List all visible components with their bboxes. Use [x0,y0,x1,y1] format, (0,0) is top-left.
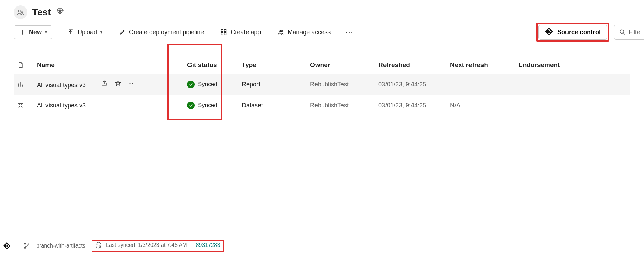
create-app-button[interactable]: Create app [215,25,266,39]
new-button[interactable]: New ▾ [14,25,52,39]
upload-icon [67,29,74,36]
manage-access-button[interactable]: Manage access [272,25,335,39]
refreshed-label: 03/01/23, 9:44:25 [378,81,426,88]
svg-point-7 [281,30,283,32]
svg-point-11 [21,104,22,105]
svg-rect-2 [221,30,223,32]
git-icon [3,242,10,249]
col-header-next-refresh[interactable]: Next refresh [447,56,515,74]
svg-point-12 [19,106,20,107]
svg-point-15 [24,247,25,248]
create-pipeline-label: Create deployment pipeline [129,29,204,36]
plus-icon [19,29,26,36]
checkmark-circle-icon [187,81,195,88]
type-label: Dataset [242,102,263,109]
source-control-button[interactable]: Source control [538,25,607,40]
upload-button[interactable]: Upload ▾ [62,25,107,39]
table-header-row: Name Git status Type Owner Refreshed Nex… [14,56,630,74]
endorsement-label: — [518,81,524,88]
svg-point-14 [24,243,25,244]
col-header-refreshed[interactable]: Refreshed [375,56,447,74]
svg-point-6 [279,30,281,32]
svg-rect-3 [224,30,226,32]
create-app-label: Create app [230,29,261,36]
table-row[interactable]: All visual types v3 Synced Dataset Rebub… [14,95,630,116]
item-name[interactable]: All visual types v3 [37,82,86,89]
source-control-label: Source control [557,29,601,36]
new-button-label: New [29,29,42,36]
people-icon [277,29,284,36]
more-options-button[interactable]: ··· [341,25,358,39]
workspace-title: Test [32,7,51,18]
commit-hash[interactable]: 89317283 [196,242,220,248]
ellipsis-icon: ··· [346,28,353,36]
toolbar: New ▾ Upload ▾ Create deployment pipelin… [0,23,644,46]
upload-label: Upload [78,29,97,36]
git-icon [545,27,553,37]
owner-label: RebublishTest [310,102,349,109]
sync-icon[interactable] [95,242,102,249]
search-icon [619,29,626,36]
col-header-name[interactable]: Name [33,56,184,74]
next-refresh-label: — [450,81,456,88]
app-grid-icon [220,29,227,36]
git-status-label: Synced [198,81,218,88]
svg-rect-5 [224,33,226,35]
type-label: Report [242,81,260,88]
col-header-git-status[interactable]: Git status [184,56,238,74]
status-bar: branch-with-artifacts Last synced: 1/3/2… [0,238,644,253]
branch-icon [23,242,30,249]
svg-point-8 [620,30,624,33]
annotation-source-control: Source control [536,23,609,42]
col-header-type[interactable]: Type [238,56,307,74]
col-header-owner[interactable]: Owner [307,56,375,74]
favorite-star-icon[interactable] [115,80,122,87]
filter-placeholder: Filte [629,29,640,36]
content-table: Name Git status Type Owner Refreshed Nex… [14,56,630,116]
svg-point-10 [19,104,20,105]
svg-point-16 [28,244,29,245]
create-pipeline-button[interactable]: Create deployment pipeline [114,25,209,39]
owner-label: RebublishTest [310,81,349,88]
chevron-down-icon: ▾ [45,30,47,35]
git-status-cell: Synced [187,81,218,88]
svg-point-1 [21,11,23,13]
endorsement-label: — [518,102,524,109]
annotation-sync-status: Last synced: 1/3/2023 at 7:45 AM 8931728… [92,240,224,252]
manage-access-label: Manage access [288,29,331,36]
checkmark-circle-icon [187,102,195,109]
chevron-down-icon: ▾ [100,30,102,35]
row-actions: ··· [101,80,134,87]
rocket-icon [119,29,126,36]
svg-point-0 [18,10,20,12]
item-name[interactable]: All visual types v3 [37,102,86,109]
refreshed-label: 03/01/23, 9:44:25 [378,102,426,109]
last-synced-label: Last synced: 1/3/2023 at 7:45 AM [106,242,187,248]
col-header-type-icon[interactable] [14,56,33,74]
content-table-wrap: Name Git status Type Owner Refreshed Nex… [0,46,644,116]
table-row[interactable]: All visual types v3 ··· Synced [14,74,630,95]
col-header-endorsement[interactable]: Endorsement [515,56,630,74]
next-refresh-label: N/A [450,102,460,109]
git-status-cell: Synced [187,102,218,109]
dataset-icon [17,102,30,109]
git-status-label: Synced [198,102,218,109]
branch-name[interactable]: branch-with-artifacts [36,243,85,249]
workspace-avatar-icon [14,5,27,19]
share-icon[interactable] [101,80,108,87]
report-icon [17,81,30,88]
svg-rect-9 [18,103,23,108]
workspace-header: Test [0,0,644,23]
filter-input-wrap[interactable]: Filte [614,25,644,40]
row-more-icon[interactable]: ··· [128,80,134,87]
svg-rect-4 [221,33,223,35]
premium-diamond-icon [56,8,64,17]
svg-point-13 [21,106,22,107]
